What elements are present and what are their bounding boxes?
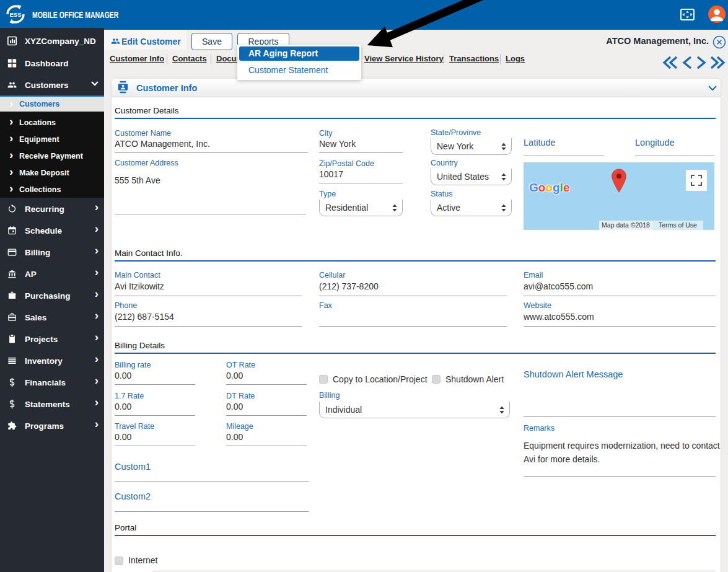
svg-text:ESS: ESS — [9, 11, 21, 18]
